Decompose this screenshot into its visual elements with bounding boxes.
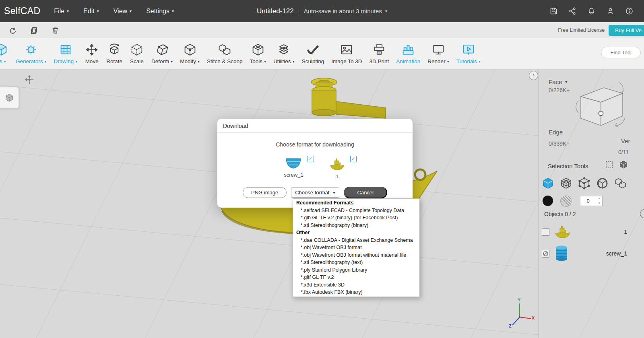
select-cube-cluster-icon[interactable]: [614, 177, 627, 190]
tool-label: Stitch & Scoop: [207, 58, 243, 64]
tool-label: Render: [427, 58, 445, 64]
spin-down-icon[interactable]: ▾: [596, 201, 602, 206]
download-item-screw[interactable]: ✓ screw_1: [284, 157, 303, 179]
top-menubar: SelfCAD File▾ Edit▾ View▾ Settings▾ Unti…: [0, 0, 644, 22]
select-cube-grid-icon[interactable]: [560, 177, 572, 190]
format-option-ply[interactable]: *.ply Stanford Polygon Library: [293, 266, 419, 274]
generators-icon: [24, 43, 38, 56]
select-cube-solid-icon[interactable]: [542, 177, 554, 190]
menu-settings[interactable]: Settings▾: [146, 8, 174, 15]
tool-label: Modify: [180, 58, 196, 64]
format-option-x3d[interactable]: *.x3d Extensible 3D: [293, 281, 419, 289]
menu-file[interactable]: File▾: [54, 8, 69, 15]
item-checkbox-checked[interactable]: ✓: [350, 156, 357, 162]
format-option-stl-binary[interactable]: *.stl Stereolithography (binary): [293, 222, 419, 229]
caret-down-icon: ▾: [4, 60, 6, 64]
tool-image-to-3d[interactable]: Image To 3D: [328, 43, 365, 64]
cube-select-icon[interactable]: [619, 160, 628, 169]
menu-edit[interactable]: Edit▾: [83, 8, 99, 15]
format-option-dae[interactable]: *.dae COLLADA - Digital Asset Exchange S…: [293, 237, 419, 244]
caret-down-icon: ▾: [172, 9, 174, 13]
select-sphere-poly-icon[interactable]: [596, 177, 609, 190]
format-option-obj-nomtl[interactable]: *.obj Wavefront OBJ format without mater…: [293, 251, 419, 259]
notifications-icon[interactable]: [587, 7, 596, 15]
face-label: Face: [549, 78, 562, 85]
dialog-title: Download: [217, 119, 413, 133]
tool-animation[interactable]: Animation: [392, 43, 424, 64]
axis-triad[interactable]: Y X Z: [506, 299, 536, 329]
marquee-select-icon[interactable]: [605, 161, 613, 169]
screw-thumbnail: [554, 245, 569, 262]
caret-down-icon: ▾: [333, 191, 335, 195]
face-selector[interactable]: Face▾: [549, 78, 567, 85]
tool-tools[interactable]: Tools▾: [246, 43, 270, 64]
item-checkbox-checked[interactable]: ✓: [308, 156, 314, 162]
format-option-gltf[interactable]: *.gltf GL TF v.2: [293, 274, 419, 281]
floating-mini-panel[interactable]: [0, 87, 19, 109]
tool-move[interactable]: Move: [81, 43, 103, 64]
format-option-selfcad[interactable]: *.selfcad SELFCAD - Complete Topology Da…: [293, 207, 419, 214]
tool-rotate[interactable]: Rotate: [103, 43, 126, 64]
tool-shapes[interactable]: es▾: [0, 43, 12, 64]
save-icon[interactable]: [549, 7, 558, 15]
object-name: 1: [624, 229, 627, 235]
tool-label: Utilities: [273, 58, 291, 64]
tool-utilities[interactable]: Utilities▾: [270, 43, 298, 64]
help-icon[interactable]: [625, 7, 634, 15]
caret-down-icon: ▾: [479, 60, 481, 64]
format-option-stl-text[interactable]: *.stl Stereolithography (text): [293, 259, 419, 266]
axis-x-label: X: [532, 315, 535, 320]
image-to-3d-icon: [339, 43, 354, 56]
license-status: Free Limited License: [558, 27, 605, 33]
buy-full-version-button[interactable]: Buy Full Ve: [609, 25, 644, 36]
gizmo-icon[interactable]: [24, 74, 35, 85]
spin-up-icon[interactable]: ▴: [596, 196, 602, 201]
share-icon[interactable]: [568, 7, 577, 15]
panel-collapse-button[interactable]: ›: [529, 71, 538, 80]
selfcad-app: SelfCAD File▾ Edit▾ View▾ Settings▾ Unti…: [0, 0, 644, 338]
vertex-selector[interactable]: Ver: [621, 138, 630, 144]
tool-deform[interactable]: Deform▾: [148, 43, 176, 64]
visibility-checkbox-hidden[interactable]: [542, 250, 549, 258]
autosave-status[interactable]: Auto-save in about 3 minutes▾: [304, 8, 387, 14]
copy-icon[interactable]: [30, 26, 38, 35]
account-icon[interactable]: [606, 7, 615, 15]
visibility-checkbox[interactable]: [542, 228, 549, 236]
format-option-obj[interactable]: *.obj Wavefront OBJ format: [293, 244, 419, 251]
tool-3d-print[interactable]: 3D Print: [366, 43, 393, 64]
format-option-glb[interactable]: *.glb GL TF v.2 (binary) (for Facebook P…: [293, 214, 419, 222]
edge-selector[interactable]: Edge: [549, 129, 563, 136]
menu-view-label: View: [114, 8, 127, 15]
orientation-cube[interactable]: [574, 77, 630, 136]
divider: [299, 7, 299, 16]
paint-select-icon[interactable]: [543, 196, 553, 206]
tool-stitch-scoop[interactable]: Stitch & Scoop: [203, 43, 246, 64]
document-title[interactable]: Untitled-122: [257, 7, 294, 15]
tool-render[interactable]: Render▾: [424, 43, 452, 64]
redo-icon[interactable]: [8, 26, 17, 35]
tool-scale[interactable]: Scale: [126, 43, 148, 64]
format-group-header: Recommended Formats: [293, 199, 419, 207]
png-image-button[interactable]: PNG image: [243, 187, 287, 198]
mini-cube-icon: [4, 93, 14, 103]
face-count: 0/226K+: [549, 87, 570, 93]
menu-view[interactable]: View▾: [114, 8, 132, 15]
format-select[interactable]: Choose format ▾: [291, 188, 339, 198]
find-tool-search[interactable]: Find Tool: [601, 47, 641, 58]
download-item-boat[interactable]: ✓ 1: [328, 157, 346, 179]
format-option-fbx[interactable]: *.fbx Autodesk FBX (binary): [293, 289, 419, 296]
tool-generators[interactable]: Generators▾: [12, 43, 50, 64]
delete-icon[interactable]: [51, 26, 60, 35]
texture-select-icon[interactable]: [560, 196, 572, 207]
tool-drawing[interactable]: Drawing▾: [50, 43, 81, 64]
cancel-button[interactable]: Cancel: [344, 187, 387, 198]
tool-modify[interactable]: Modify▾: [176, 43, 203, 64]
tool-sculpting[interactable]: Sculpting: [298, 43, 328, 64]
selection-size-input[interactable]: 0 ▴▾: [580, 196, 603, 206]
select-cube-vertices-icon[interactable]: [578, 177, 590, 190]
tool-tutorials[interactable]: Tutorials▾: [453, 43, 484, 64]
object-row-boat[interactable]: 1: [542, 222, 627, 241]
render-icon: [431, 43, 446, 56]
model-screw[interactable]: [311, 78, 386, 118]
object-row-screw[interactable]: screw_1: [542, 244, 627, 263]
